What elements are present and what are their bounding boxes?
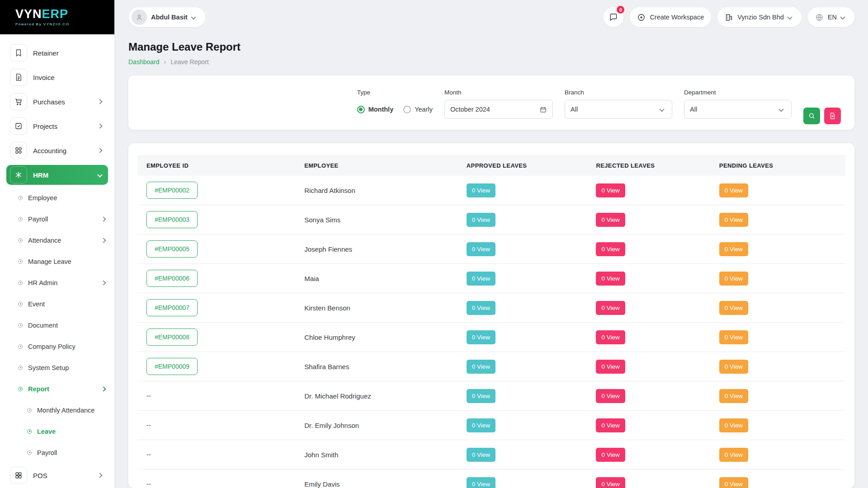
sidebar-item-hrm[interactable]: HRM: [6, 165, 108, 185]
sidebar-item-retainer[interactable]: Retainer: [6, 41, 108, 65]
create-workspace-button[interactable]: Create Workspace: [630, 7, 711, 27]
employee-id-button[interactable]: #EMP00007: [146, 299, 198, 316]
chevron-right-icon: [101, 386, 106, 391]
pending-leaves-view-button[interactable]: 0 View: [719, 330, 748, 344]
rejected-leaves-view-button[interactable]: 0 View: [596, 183, 625, 197]
sidebar-item-leave[interactable]: Leave: [6, 421, 108, 442]
radio-dot-icon: [357, 106, 365, 113]
chat-button[interactable]: 0: [604, 7, 623, 27]
logo-tagline: Powered By VYNZIO.CO: [15, 22, 114, 26]
pending-leaves-view-button[interactable]: 0 View: [719, 213, 748, 227]
breadcrumb-dashboard-link[interactable]: Dashboard: [128, 58, 160, 66]
building-icon: [725, 13, 733, 22]
export-button[interactable]: [824, 108, 841, 124]
rejected-leaves-view-button[interactable]: 0 View: [596, 389, 625, 403]
logo-text: VYNERP: [15, 8, 114, 20]
pending-leaves-view-button[interactable]: 0 View: [719, 389, 748, 403]
search-button[interactable]: [803, 108, 820, 124]
pending-leaves-view-button[interactable]: 0 View: [719, 301, 748, 315]
pending-leaves-view-button[interactable]: 0 View: [719, 360, 748, 374]
approved-leaves-view-button[interactable]: 0 View: [467, 183, 495, 197]
sidebar-item-payroll[interactable]: Payroll: [6, 208, 108, 230]
sidebar-item-manage-leave[interactable]: Manage Leave: [6, 251, 108, 272]
rejected-leaves-view-button[interactable]: 0 View: [596, 477, 625, 488]
language-label: EN: [828, 14, 837, 21]
sidebar-item-monthly-attendance[interactable]: Monthly Attendance: [6, 399, 108, 421]
language-selector[interactable]: EN: [808, 7, 854, 27]
sidebar-item-projects[interactable]: Projects: [6, 114, 108, 138]
column-header-employee-id: EMPLOYEE ID: [137, 162, 295, 169]
table-row: #EMP00002Richard Atkinson0 View0 View0 V…: [137, 176, 845, 205]
chevron-right-icon: [97, 148, 102, 153]
column-header-rejected: REJECTED LEAVES: [587, 162, 710, 169]
logo[interactable]: VYNERP Powered By VYNZIO.CO: [0, 0, 114, 34]
search-icon: [808, 112, 816, 120]
sidebar-item-purchases[interactable]: Purchases: [6, 89, 108, 114]
sidebar-item-event[interactable]: Event: [6, 293, 108, 314]
workspace-selector[interactable]: Vynzio Sdn Bhd: [717, 7, 802, 27]
approved-leaves-view-button[interactable]: 0 View: [467, 360, 495, 374]
rejected-leaves-view-button[interactable]: 0 View: [596, 213, 625, 227]
radio-monthly[interactable]: Monthly: [357, 106, 394, 113]
approved-leaves-view-button[interactable]: 0 View: [467, 272, 495, 286]
pending-leaves-view-button[interactable]: 0 View: [719, 448, 748, 462]
employee-id-button[interactable]: #EMP00009: [146, 358, 198, 375]
pending-leaves-view-button[interactable]: 0 View: [719, 242, 748, 256]
sidebar-item-report[interactable]: Report: [6, 378, 108, 399]
table-row: #EMP00005Joseph Fiennes0 View0 View0 Vie…: [137, 235, 845, 264]
breadcrumb: Dashboard › Leave Report: [128, 58, 854, 66]
sidebar-item-pos[interactable]: POS: [6, 463, 108, 488]
employee-id-button[interactable]: #EMP00003: [146, 211, 198, 228]
chevron-right-icon: [97, 99, 102, 104]
circle-dot-icon: [18, 238, 23, 243]
sidebar-item-hr-admin[interactable]: HR Admin: [6, 272, 108, 293]
calendar-icon: [539, 106, 547, 113]
chevron-right-icon: [101, 238, 106, 243]
sidebar-item-payroll-report[interactable]: Payroll: [6, 442, 108, 463]
breadcrumb-current: Leave Report: [171, 58, 209, 66]
rejected-leaves-view-button[interactable]: 0 View: [596, 272, 625, 286]
approved-leaves-view-button[interactable]: 0 View: [467, 213, 495, 227]
rejected-leaves-view-button[interactable]: 0 View: [596, 330, 625, 344]
pending-leaves-view-button[interactable]: 0 View: [719, 477, 748, 488]
pending-leaves-view-button[interactable]: 0 View: [719, 418, 748, 432]
table-header: EMPLOYEE ID EMPLOYEE APPROVED LEAVES REJ…: [137, 155, 845, 176]
approved-leaves-view-button[interactable]: 0 View: [467, 301, 495, 315]
month-input[interactable]: October 2024: [444, 100, 553, 119]
employee-id-button[interactable]: #EMP00002: [146, 182, 198, 199]
radio-yearly[interactable]: Yearly: [403, 106, 433, 113]
department-label: Department: [684, 89, 792, 96]
workspace-name: Vynzio Sdn Bhd: [737, 14, 784, 21]
sidebar-item-accounting[interactable]: Accounting: [6, 138, 108, 163]
rejected-leaves-view-button[interactable]: 0 View: [596, 301, 625, 315]
approved-leaves-view-button[interactable]: 0 View: [467, 418, 495, 432]
sidebar-item-invoice[interactable]: Invoice: [6, 65, 108, 89]
rejected-leaves-view-button[interactable]: 0 View: [596, 360, 625, 374]
approved-leaves-view-button[interactable]: 0 View: [467, 389, 495, 403]
export-file-icon: [829, 112, 836, 120]
circle-dot-icon: [18, 196, 23, 200]
rejected-leaves-view-button[interactable]: 0 View: [596, 418, 625, 432]
retainer-icon: [10, 44, 27, 61]
pending-leaves-view-button[interactable]: 0 View: [719, 272, 748, 286]
rejected-leaves-view-button[interactable]: 0 View: [596, 242, 625, 256]
approved-leaves-view-button[interactable]: 0 View: [467, 448, 495, 462]
avatar: [132, 9, 147, 25]
sidebar-item-document[interactable]: Document: [6, 314, 108, 336]
department-select[interactable]: All: [684, 100, 792, 119]
sidebar-item-company-policy[interactable]: Company Policy: [6, 336, 108, 357]
employee-id-button[interactable]: #EMP00006: [146, 270, 198, 287]
sidebar-item-attendance[interactable]: Attendance: [6, 230, 108, 251]
approved-leaves-view-button[interactable]: 0 View: [467, 242, 495, 256]
table-row: #EMP00009Shafira Barnes0 View0 View0 Vie…: [137, 352, 845, 381]
employee-id-button[interactable]: #EMP00005: [146, 240, 198, 258]
sidebar-item-system-setup[interactable]: System Setup: [6, 357, 108, 378]
approved-leaves-view-button[interactable]: 0 View: [467, 330, 495, 344]
approved-leaves-view-button[interactable]: 0 View: [467, 477, 495, 488]
rejected-leaves-view-button[interactable]: 0 View: [596, 448, 625, 462]
branch-select[interactable]: All: [565, 100, 672, 119]
user-menu[interactable]: Abdul Basit: [129, 7, 205, 27]
sidebar-item-employee[interactable]: Employee: [6, 187, 108, 208]
pending-leaves-view-button[interactable]: 0 View: [719, 183, 748, 197]
employee-id-button[interactable]: #EMP00008: [146, 328, 198, 346]
